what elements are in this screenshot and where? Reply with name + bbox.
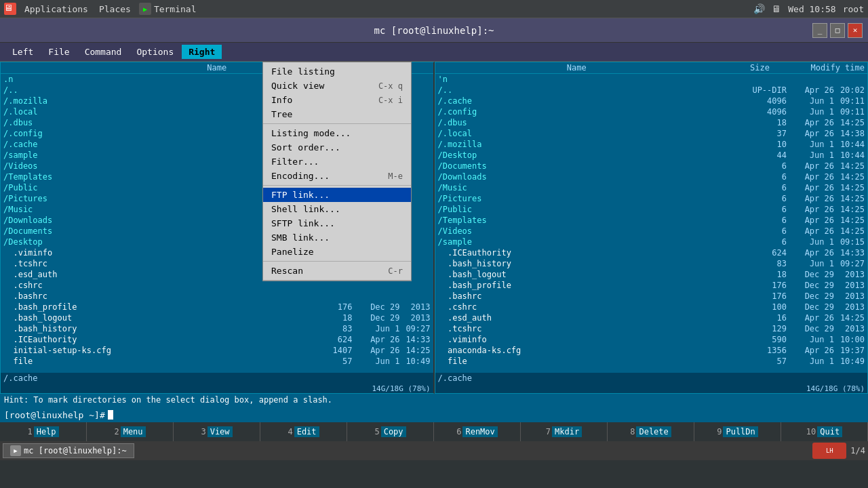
terminal-icon: ▶ — [139, 3, 151, 15]
fkey-5[interactable]: 5Copy — [347, 422, 434, 441]
list-item[interactable]: /Videos6Apr 2614:25 — [435, 226, 868, 237]
dd-sort-order-label: Sort order... — [271, 142, 340, 152]
list-item[interactable]: .esd_auth16Apr 2614:25 — [435, 312, 868, 323]
applications-label[interactable]: Applications — [24, 4, 88, 14]
fkey-3[interactable]: 3View — [174, 422, 260, 441]
menu-left[interactable]: Left — [5, 45, 40, 59]
dd-listing-mode-label: Listing mode... — [271, 128, 351, 138]
system-bar: 🖥 Applications Places ▶ Terminal 🔊 🖥 Wed… — [0, 0, 868, 18]
list-item[interactable]: .bashrc — [1, 291, 433, 302]
cmd-cursor — [108, 410, 113, 420]
dd-quick-view-shortcut: C-x q — [378, 81, 403, 91]
list-item[interactable]: .bash_profile176Dec 292013 — [1, 302, 433, 312]
list-item[interactable]: .bash_logout18Dec 292013 — [1, 312, 433, 323]
list-item[interactable]: .cshrc — [1, 280, 433, 291]
right-name-col: Name — [438, 63, 716, 73]
taskbar-task-label: mc [root@linuxhelp]:~ — [24, 446, 127, 455]
maximize-button[interactable]: □ — [830, 23, 845, 38]
terminal-button[interactable]: ▶ Terminal — [139, 3, 197, 15]
list-item[interactable]: /.dbus18Apr 2614:25 — [435, 117, 868, 128]
dd-info[interactable]: Info C-x i — [263, 93, 411, 107]
fkey-9[interactable]: 9PullDn — [694, 422, 781, 441]
taskbar: ▶ mc [root@linuxhelp]:~ LH 1/4 — [0, 441, 868, 460]
dd-panelize[interactable]: Panelize — [263, 245, 411, 259]
list-item[interactable]: .bash_history83Jun 109:27 — [435, 258, 868, 269]
list-item[interactable]: .viminfo590Jun 110:00 — [435, 334, 868, 345]
menu-bar: Left File Command Options Right — [0, 43, 868, 62]
right-panel-status: /.cache — [435, 373, 868, 384]
dd-sftp-link[interactable]: SFTP link... — [263, 216, 411, 230]
dd-encoding-label: Encoding... — [271, 171, 330, 181]
dd-quick-view[interactable]: Quick view C-x q — [263, 79, 411, 93]
fkey-4[interactable]: 4Edit — [260, 422, 347, 441]
list-item[interactable]: .bash_profile176Dec 292013 — [435, 280, 868, 291]
list-item[interactable]: .cshrc100Dec 292013 — [435, 302, 868, 312]
list-item[interactable]: .tcshrc129Dec 292013 — [435, 323, 868, 334]
list-item[interactable]: 'n — [435, 74, 868, 85]
list-item[interactable]: .ICEauthority624Apr 2614:33 — [1, 334, 433, 345]
dd-tree[interactable]: Tree — [263, 107, 411, 121]
minimize-button[interactable]: _ — [812, 23, 827, 38]
dd-sort-order[interactable]: Sort order... — [263, 140, 411, 155]
list-item[interactable]: /Music6Apr 2614:25 — [435, 182, 868, 193]
fkey-1[interactable]: 1Help — [0, 422, 87, 441]
list-item[interactable]: /sample6Jun 109:15 — [435, 237, 868, 247]
dd-sftp-link-label: SFTP link... — [271, 218, 335, 228]
list-item[interactable]: /Documents6Apr 2614:25 — [435, 161, 868, 171]
list-item[interactable]: file57Jun 110:49 — [435, 356, 868, 367]
command-line[interactable]: [root@linuxhelp ~]# — [0, 407, 868, 422]
dd-filter[interactable]: Filter... — [263, 155, 411, 169]
taskbar-mc-button[interactable]: ▶ mc [root@linuxhelp]:~ — [3, 443, 134, 458]
menu-right[interactable]: Right — [182, 45, 222, 59]
dd-encoding[interactable]: Encoding... M-e — [263, 169, 411, 183]
list-item[interactable]: /..UP--DIRApr 2620:02 — [435, 85, 868, 96]
menu-command[interactable]: Command — [78, 45, 129, 59]
monitor-icon: 🖥 — [772, 3, 781, 14]
list-item[interactable]: anaconda-ks.cfg1356Apr 2619:37 — [435, 345, 868, 356]
list-item[interactable]: /.cache4096Jun 109:11 — [435, 96, 868, 106]
menu-file[interactable]: File — [41, 45, 76, 59]
dd-file-listing-label: File listing — [271, 66, 335, 77]
list-item[interactable]: .bash_history83Jun 109:27 — [1, 323, 433, 334]
dd-tree-label: Tree — [271, 109, 292, 119]
list-item[interactable]: /Desktop44Jun 110:44 — [435, 150, 868, 161]
fkey-2[interactable]: 2Menu — [87, 422, 174, 441]
list-item[interactable]: /Pictures6Apr 2614:25 — [435, 193, 868, 204]
fkey-10[interactable]: 10Quit — [781, 422, 868, 441]
list-item[interactable]: /.mozilla10Jun 110:44 — [435, 139, 868, 150]
right-panel: Name Size Modify time 'n /..UP--DIRApr 2… — [435, 62, 869, 394]
list-item[interactable]: initial-setup-ks.cfg1407Apr 2614:25 — [1, 345, 433, 356]
list-item[interactable]: /Templates6Apr 2614:25 — [435, 215, 868, 226]
dd-rescan-shortcut: C-r — [388, 266, 403, 276]
list-item[interactable]: .bash_logout18Dec 292013 — [435, 269, 868, 280]
list-item[interactable]: .bashrc176Dec 292013 — [435, 291, 868, 302]
list-item[interactable]: /Downloads6Apr 2614:25 — [435, 171, 868, 182]
title-bar: mc [root@linuxhelp]:~ _ □ ✕ — [0, 18, 868, 43]
list-item[interactable]: /.config4096Jun 109:11 — [435, 106, 868, 117]
right-panel-header: Name Size Modify time — [435, 62, 868, 74]
list-item[interactable]: /.local37Apr 2614:38 — [435, 128, 868, 139]
places-label[interactable]: Places — [99, 4, 131, 14]
menu-options[interactable]: Options — [130, 45, 180, 59]
fkey-7[interactable]: 7Mkdir — [521, 422, 608, 441]
dd-section-rescan: Rescan C-r — [263, 262, 411, 281]
dd-smb-link[interactable]: SMB link... — [263, 230, 411, 245]
right-file-list: 'n /..UP--DIRApr 2620:02 /.cache4096Jun … — [435, 74, 868, 373]
dd-file-listing[interactable]: File listing — [263, 64, 411, 79]
dd-panelize-label: Panelize — [271, 247, 314, 257]
fkey-6[interactable]: 6RenMov — [434, 422, 521, 441]
dd-shell-link[interactable]: Shell link... — [263, 202, 411, 216]
system-user: root — [843, 4, 864, 14]
sys-right: 🔊 🖥 Wed 10:58 root — [753, 3, 864, 14]
function-keys-bar: 1Help 2Menu 3View 4Edit 5Copy 6RenMov 7M… — [0, 422, 868, 441]
list-item[interactable]: .ICEauthority624Apr 2614:33 — [435, 247, 868, 258]
list-item[interactable]: file57Jun 110:49 — [1, 356, 433, 367]
dd-rescan[interactable]: Rescan C-r — [263, 264, 411, 278]
list-item[interactable]: /Public6Apr 2614:25 — [435, 204, 868, 215]
close-button[interactable]: ✕ — [848, 23, 863, 38]
right-disk-usage: 14G/18G (78%) — [435, 384, 868, 393]
dd-ftp-link[interactable]: FTP link... — [263, 188, 411, 202]
dd-listing-mode[interactable]: Listing mode... — [263, 126, 411, 140]
fkey-8[interactable]: 8Delete — [608, 422, 694, 441]
dd-section-links: FTP link... Shell link... SFTP link... S… — [263, 186, 411, 262]
